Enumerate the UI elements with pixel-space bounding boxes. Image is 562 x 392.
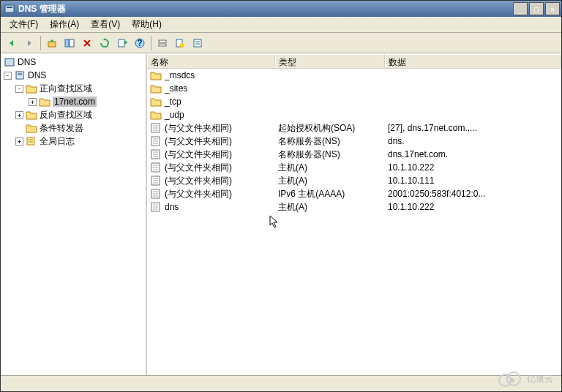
up-button[interactable] xyxy=(44,35,60,51)
cell-name: (与父文件夹相同) xyxy=(165,122,232,135)
cell-data: [27], dns.17net.com.,... xyxy=(385,123,561,133)
svg-rect-0 xyxy=(5,5,14,12)
new-record-button[interactable] xyxy=(172,35,188,51)
cell-name: (与父文件夹相同) xyxy=(165,135,232,148)
folder-icon xyxy=(150,70,162,80)
tree-conditional-forwarders[interactable]: 条件转发器 xyxy=(2,121,144,135)
tree-root-dns[interactable]: DNS xyxy=(2,56,144,69)
svg-rect-4 xyxy=(70,39,74,47)
list-row[interactable]: _sites xyxy=(147,82,561,95)
back-button[interactable] xyxy=(4,35,20,51)
cell-name: (与父文件夹相同) xyxy=(165,148,232,161)
cell-type: 名称服务器(NS) xyxy=(275,135,385,148)
toolbar: ? xyxy=(1,33,561,53)
menu-help[interactable]: 帮助(H) xyxy=(126,17,168,32)
expand-icon[interactable]: + xyxy=(29,98,37,106)
cell-data: dns. xyxy=(385,136,561,146)
refresh-button[interactable] xyxy=(97,35,113,51)
cell-name: _msdcs xyxy=(165,70,195,80)
tree-server[interactable]: - DNS xyxy=(2,69,144,82)
dns-root-icon xyxy=(4,57,15,67)
properties-button[interactable] xyxy=(190,35,206,51)
list-row[interactable]: dns主机(A)10.1.10.222 xyxy=(147,200,561,214)
statusbar xyxy=(1,375,561,391)
list-row[interactable]: (与父文件夹相同)名称服务器(NS)dns. xyxy=(147,135,561,148)
collapse-icon[interactable]: - xyxy=(4,72,12,80)
cell-type: 主机(A) xyxy=(275,201,385,214)
forward-button[interactable] xyxy=(21,35,37,51)
tree-label: 全局日志 xyxy=(40,135,75,148)
maximize-button[interactable]: □ xyxy=(529,2,544,15)
tree-zone-17net[interactable]: + 17net.com xyxy=(2,95,144,108)
menu-file[interactable]: 文件(F) xyxy=(4,17,44,32)
app-icon xyxy=(4,3,15,15)
svg-rect-2 xyxy=(48,42,56,47)
tree-global-log[interactable]: + 全局日志 xyxy=(2,135,144,148)
folder-icon xyxy=(150,83,162,94)
list-row[interactable]: (与父文件夹相同)主机(A)10.1.10.111 xyxy=(147,174,561,187)
cell-name: _tcp xyxy=(165,97,181,107)
list-header: 名称 类型 数据 xyxy=(147,54,561,69)
cell-data: 2001:0250:583f:4012:0... xyxy=(385,189,561,199)
svg-text:?: ? xyxy=(137,38,142,48)
list-row[interactable]: (与父文件夹相同)IPv6 主机(AAAA)2001:0250:583f:401… xyxy=(147,187,561,200)
cell-data: dns.17net.com. xyxy=(385,149,561,159)
menu-action[interactable]: 操作(A) xyxy=(44,17,85,32)
record-icon xyxy=(150,202,162,212)
list-body: _msdcs_sites_tcp_udp(与父文件夹相同)起始授权机构(SOA)… xyxy=(147,69,561,375)
close-button[interactable]: ✕ xyxy=(545,2,560,15)
cell-type: 主机(A) xyxy=(275,175,385,187)
list-row[interactable]: (与父文件夹相同)起始授权机构(SOA)[27], dns.17net.com.… xyxy=(147,121,561,135)
expand-icon[interactable]: + xyxy=(15,111,23,119)
list-row[interactable]: (与父文件夹相同)主机(A)10.1.10.222 xyxy=(147,161,561,174)
minimize-button[interactable]: _ xyxy=(513,2,528,15)
folder-icon xyxy=(150,110,162,120)
list-panel: 名称 类型 数据 _msdcs_sites_tcp_udp(与父文件夹相同)起始… xyxy=(147,54,561,375)
col-header-type[interactable]: 类型 xyxy=(275,54,385,68)
cell-type: 起始授权机构(SOA) xyxy=(275,122,385,135)
record-icon xyxy=(150,162,162,173)
svg-rect-17 xyxy=(18,73,22,75)
list-row[interactable]: _msdcs xyxy=(147,69,561,82)
svg-rect-5 xyxy=(119,39,124,47)
col-header-name[interactable]: 名称 xyxy=(147,54,275,68)
cell-name: (与父文件夹相同) xyxy=(165,175,232,187)
folder-icon xyxy=(26,123,37,133)
menu-view[interactable]: 查看(V) xyxy=(85,17,126,32)
expand-icon[interactable]: + xyxy=(15,137,23,146)
svg-point-11 xyxy=(180,43,184,48)
cell-name: _udp xyxy=(165,110,184,120)
filter-button[interactable] xyxy=(154,35,171,51)
tree-forward-zones[interactable]: - 正向查找区域 xyxy=(2,82,144,95)
svg-rect-3 xyxy=(65,39,69,47)
record-icon xyxy=(150,189,162,199)
tree-label: DNS xyxy=(28,70,46,80)
folder-icon xyxy=(150,97,162,107)
help-button[interactable]: ? xyxy=(132,35,148,51)
cell-name: _sites xyxy=(165,83,187,94)
col-header-data[interactable]: 数据 xyxy=(385,54,561,68)
show-hide-tree-button[interactable] xyxy=(61,35,78,51)
cell-name: (与父文件夹相同) xyxy=(165,162,232,174)
delete-button[interactable] xyxy=(79,35,95,51)
svg-rect-18 xyxy=(27,137,34,145)
list-row[interactable]: (与父文件夹相同)名称服务器(NS)dns.17net.com. xyxy=(147,148,561,161)
titlebar: DNS 管理器 _ □ ✕ xyxy=(1,1,561,17)
svg-rect-8 xyxy=(159,40,166,42)
window-controls: _ □ ✕ xyxy=(513,2,561,15)
list-row[interactable]: _udp xyxy=(147,108,561,121)
cell-type: 名称服务器(NS) xyxy=(275,148,385,161)
tree-label: 17net.com xyxy=(53,97,97,107)
export-button[interactable] xyxy=(114,35,130,51)
window-title: DNS 管理器 xyxy=(18,3,513,15)
list-row[interactable]: _tcp xyxy=(147,95,561,108)
cell-data: 10.1.10.111 xyxy=(385,176,561,186)
svg-rect-9 xyxy=(159,44,166,46)
record-icon xyxy=(150,123,162,133)
record-icon xyxy=(150,136,162,146)
tree-reverse-zones[interactable]: + 反向查找区域 xyxy=(2,108,144,121)
tree-label: 正向查找区域 xyxy=(40,83,92,95)
collapse-icon[interactable]: - xyxy=(15,85,23,93)
tree-label: 反向查找区域 xyxy=(40,109,92,121)
svg-rect-15 xyxy=(5,59,14,66)
